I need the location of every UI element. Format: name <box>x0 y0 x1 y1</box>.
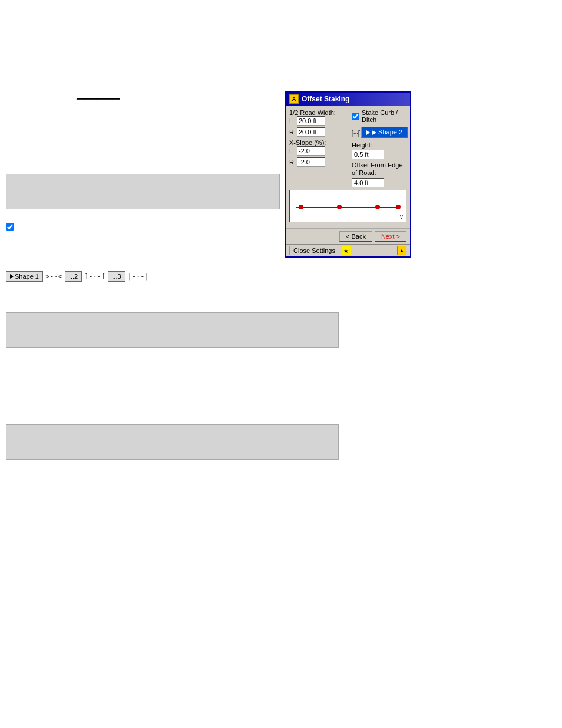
dialog-columns: 1/2 Road Width: L R X-Slope (%): L <box>289 109 406 187</box>
viz-area: v <box>289 190 406 222</box>
right-column: Stake Curb / Ditch ]···[ ▶ Shape 2 Heigh… <box>348 109 408 187</box>
yellow-star-button[interactable]: ★ <box>342 246 351 255</box>
viz-line <box>296 207 400 208</box>
stake-curb-checkbox[interactable] <box>352 113 359 120</box>
viz-dot-1 <box>299 205 303 209</box>
close-settings-bar: Close Settings ★ ▲ <box>286 244 410 256</box>
shape1-triangle-icon <box>10 274 14 279</box>
underline-text: ___________ <box>77 91 120 100</box>
height-label: Height: <box>352 141 408 149</box>
stake-curb-label: Stake Curb / Ditch <box>362 109 408 123</box>
viz-dot-3 <box>375 205 380 209</box>
connector-dots-icon: ]···[ <box>352 129 359 137</box>
offset-section: Offset From Edge of Road: <box>352 162 408 187</box>
close-settings-button[interactable]: Close Settings <box>289 246 339 255</box>
close-settings-label: Close Settings <box>293 247 335 254</box>
R-label: R <box>289 129 295 136</box>
L-slope-label: L <box>289 147 295 154</box>
R-slope-input[interactable] <box>297 157 325 167</box>
height-section: Height: <box>352 141 408 162</box>
offset-label: Offset From Edge of Road: <box>352 162 408 177</box>
L-road-width-input[interactable] <box>297 116 325 126</box>
shape1-button[interactable]: Shape 1 <box>6 271 43 282</box>
shape1-label: Shape 1 <box>15 273 39 280</box>
gray-box-3 <box>6 424 339 460</box>
R-road-width-input[interactable] <box>297 127 325 137</box>
next-button[interactable]: Next > <box>375 231 406 242</box>
xslope-label: X-Slope (%): <box>289 139 345 146</box>
offset-input[interactable] <box>352 178 384 187</box>
warning-icon[interactable]: ▲ <box>397 246 406 255</box>
shape3-text: ...3 <box>112 273 121 280</box>
R-row: R <box>289 127 345 137</box>
back-label: < Back <box>346 233 366 240</box>
half-road-width-label: 1/2 Road Width: <box>289 109 345 116</box>
shape2-button[interactable]: ▶ Shape 2 <box>361 127 408 138</box>
connector1-symbol: >-·< <box>45 272 62 281</box>
gray-box-1 <box>6 174 280 209</box>
shape-buttons-row: Shape 1 >-·< ...2 ]-·-[ ...3 |-·-| <box>6 271 149 282</box>
next-label: Next > <box>381 233 400 240</box>
dialog-title: Offset Staking <box>302 95 349 103</box>
L-slope-input[interactable] <box>297 146 325 156</box>
shape2-triangle-icon <box>366 130 370 135</box>
L-row: L <box>289 116 345 126</box>
connector2-symbol: ]-·-[ <box>84 272 105 281</box>
stake-curb-row: Stake Curb / Ditch <box>352 109 408 123</box>
checkbox-area <box>6 223 14 231</box>
L-slope-row: L <box>289 146 345 156</box>
dialog-icon: A <box>289 94 299 104</box>
offset-staking-dialog: A Offset Staking 1/2 Road Width: L R <box>285 91 411 258</box>
R-slope-row: R <box>289 157 345 167</box>
shape3-label-button[interactable]: ...3 <box>108 271 125 282</box>
main-checkbox[interactable] <box>6 223 14 231</box>
left-column: 1/2 Road Width: L R X-Slope (%): L <box>289 109 345 187</box>
dialog-footer: < Back Next > <box>286 228 410 244</box>
gray-box-2 <box>6 312 339 348</box>
back-button[interactable]: < Back <box>339 231 372 242</box>
dialog-titlebar: A Offset Staking <box>286 93 410 106</box>
page-content: ___________ Shape 1 >-·< ...2 ]-·-[ ...3… <box>0 0 562 728</box>
shape2-text: ...2 <box>69 273 78 280</box>
connector3-symbol: |-·-| <box>128 272 149 281</box>
viz-v-label: v <box>400 213 403 220</box>
viz-dot-2 <box>337 205 342 209</box>
shape2-button-label: ▶ Shape 2 <box>372 129 402 136</box>
R-slope-label: R <box>289 159 295 166</box>
L-label: L <box>289 117 295 124</box>
height-input[interactable] <box>352 150 384 159</box>
dialog-body: 1/2 Road Width: L R X-Slope (%): L <box>286 106 410 228</box>
shape2-row: ]···[ ▶ Shape 2 <box>352 127 408 138</box>
shape2-label-button[interactable]: ...2 <box>65 271 82 282</box>
viz-dot-4 <box>396 205 401 209</box>
